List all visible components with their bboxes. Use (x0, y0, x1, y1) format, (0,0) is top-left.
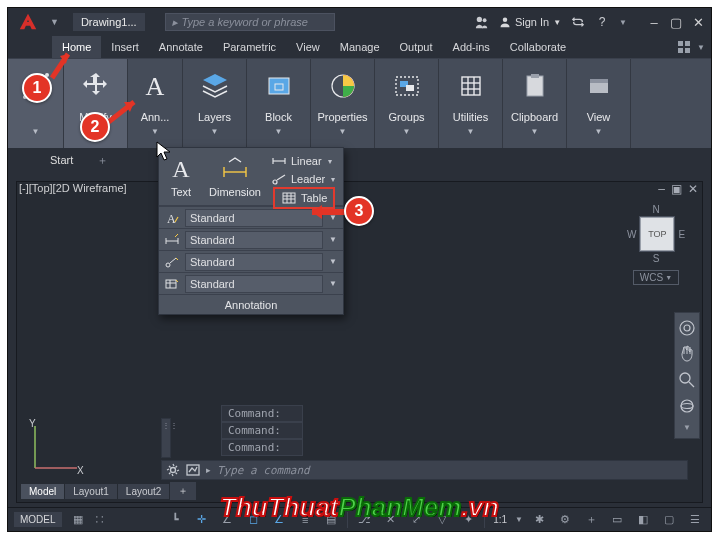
isodraft-icon[interactable]: ∠ (217, 511, 237, 529)
otrack-icon[interactable]: ∠ (269, 511, 289, 529)
hardware-accel-icon[interactable]: ▭ (607, 511, 627, 529)
selection-filter-icon[interactable]: ▽ (432, 511, 452, 529)
tab-insert[interactable]: Insert (101, 36, 149, 58)
svg-rect-3 (678, 41, 683, 46)
document-tab[interactable]: Drawing1... (73, 13, 145, 31)
dynamic-ucs-icon[interactable]: ⤢ (406, 511, 426, 529)
snap-icon[interactable]: ⸬ (90, 511, 110, 529)
viewport-label[interactable]: [-][Top][2D Wireframe] (19, 182, 127, 194)
transparency-icon[interactable]: ▤ (321, 511, 341, 529)
layout-add[interactable]: ＋ (170, 482, 197, 500)
orbit-icon[interactable] (678, 397, 696, 415)
workspace-icon[interactable]: ⚙ (555, 511, 575, 529)
command-line[interactable]: ▸ Type a command (161, 460, 688, 480)
tab-parametric[interactable]: Parametric (213, 36, 286, 58)
commandline-handle[interactable] (161, 418, 171, 458)
navcube-face[interactable]: TOP (640, 217, 674, 251)
isolate-icon[interactable]: ◧ (633, 511, 653, 529)
panel-utilities[interactable]: Utilities ▼ (439, 59, 503, 148)
panel-groups-expand[interactable]: ▼ (403, 127, 411, 136)
anno-monitor-icon[interactable]: ＋ (581, 511, 601, 529)
tablestyle-row[interactable]: Standard ▼ (159, 272, 343, 294)
navcube-e: E (678, 229, 685, 240)
help-search[interactable]: ▸ Type a keyword or phrase (165, 13, 335, 31)
exchange-icon[interactable] (571, 15, 585, 29)
anno-scale[interactable]: 1:1 (491, 514, 509, 525)
viewport-close-icon[interactable]: ✕ (688, 182, 698, 196)
polar-icon[interactable]: ✛ (191, 511, 211, 529)
panel-layers[interactable]: Layers ▼ (183, 59, 247, 148)
3dosnap-icon[interactable]: ✕ (380, 511, 400, 529)
dropdown-text[interactable]: A Text (159, 148, 203, 202)
selection-cycling-icon[interactable]: ⎇ (354, 511, 374, 529)
panel-draw-expand[interactable]: ▼ (32, 127, 40, 136)
ortho-icon[interactable]: ┗ (165, 511, 185, 529)
panel-clipboard-expand[interactable]: ▼ (531, 127, 539, 136)
signin-link[interactable]: Sign In ▼ (499, 16, 561, 28)
panel-properties-expand[interactable]: ▼ (339, 127, 347, 136)
qat-dropdown-icon[interactable]: ▼ (50, 17, 59, 27)
steering-wheel-icon[interactable] (678, 319, 696, 337)
start-tab[interactable]: Start (32, 150, 91, 170)
panel-properties[interactable]: Properties ▼ (311, 59, 375, 148)
dropdown-linear[interactable]: Linear ▾ (267, 152, 343, 170)
layout-tab-1[interactable]: Layout1 (65, 484, 118, 499)
dropdown-leader[interactable]: Leader ▾ (267, 170, 343, 188)
dropdown-dimension[interactable]: Dimension (203, 148, 267, 202)
maximize-button[interactable]: ▢ (669, 15, 683, 29)
viewport-minimize-icon[interactable]: – (658, 182, 665, 196)
help-icon[interactable]: ? (595, 15, 609, 29)
recent-commands-icon[interactable] (186, 463, 200, 477)
dimstyle-expand[interactable]: ▼ (323, 235, 343, 244)
gizmo-icon[interactable]: ✦ (458, 511, 478, 529)
signin-group-icon[interactable] (475, 15, 489, 29)
pan-icon[interactable] (678, 345, 696, 363)
panel-view-expand[interactable]: ▼ (595, 127, 603, 136)
layout-tab-2[interactable]: Layout2 (118, 484, 171, 499)
app-logo[interactable] (14, 8, 42, 36)
tab-manage[interactable]: Manage (330, 36, 390, 58)
dimstyle-row[interactable]: Standard ▼ (159, 228, 343, 250)
panel-layers-expand[interactable]: ▼ (211, 127, 219, 136)
textstyle-icon: A (159, 211, 185, 225)
tab-addins[interactable]: Add-ins (443, 36, 500, 58)
wcs-button[interactable]: WCS▼ (633, 270, 679, 285)
panel-block-expand[interactable]: ▼ (275, 127, 283, 136)
drawing-area[interactable]: [-][Top][2D Wireframe] – ▣ ✕ N W TOP E S… (16, 181, 703, 503)
tablestyle-expand[interactable]: ▼ (323, 279, 343, 288)
zoom-extents-icon[interactable] (678, 371, 696, 389)
panel-block[interactable]: Block ▼ (247, 59, 311, 148)
panel-groups[interactable]: Groups ▼ (375, 59, 439, 148)
ribbon-min-icon[interactable]: ▼ (697, 43, 705, 52)
clean-screen-icon[interactable]: ▢ (659, 511, 679, 529)
mleaderstyle-expand[interactable]: ▼ (323, 257, 343, 266)
mleaderstyle-row[interactable]: Standard ▼ (159, 250, 343, 272)
status-model[interactable]: MODEL (14, 512, 62, 527)
navbar-expand-icon[interactable]: ▼ (683, 423, 691, 432)
featured-apps-icon[interactable] (677, 40, 691, 54)
panel-utilities-expand[interactable]: ▼ (467, 127, 475, 136)
text-a-icon: A (165, 152, 197, 184)
panel-view[interactable]: View ▼ (567, 59, 631, 148)
panel-annotation-expand[interactable]: ▼ (151, 127, 159, 136)
tab-collaborate[interactable]: Collaborate (500, 36, 576, 58)
customization-icon[interactable]: ☰ (685, 511, 705, 529)
osnap-icon[interactable]: ◻ (243, 511, 263, 529)
panel-clipboard[interactable]: Clipboard ▼ (503, 59, 567, 148)
signin-label: Sign In (515, 16, 549, 28)
minimize-button[interactable]: – (647, 15, 661, 29)
tab-annotate[interactable]: Annotate (149, 36, 213, 58)
tab-output[interactable]: Output (390, 36, 443, 58)
navcube-n: N (652, 204, 659, 215)
anno-visibility-icon[interactable]: ✱ (529, 511, 549, 529)
grid-icon[interactable]: ▦ (68, 511, 88, 529)
view-cube[interactable]: N W TOP E S WCS▼ (626, 204, 686, 276)
dropdown-footer[interactable]: Annotation (159, 294, 343, 314)
viewport-restore-icon[interactable]: ▣ (671, 182, 682, 196)
lineweight-icon[interactable]: ≡ (295, 511, 315, 529)
new-drawing-plus-icon[interactable]: ＋ (97, 153, 108, 168)
layout-tab-model[interactable]: Model (21, 484, 65, 499)
tab-view[interactable]: View (286, 36, 330, 58)
close-button[interactable]: ✕ (691, 15, 705, 29)
customize-icon[interactable] (166, 463, 180, 477)
